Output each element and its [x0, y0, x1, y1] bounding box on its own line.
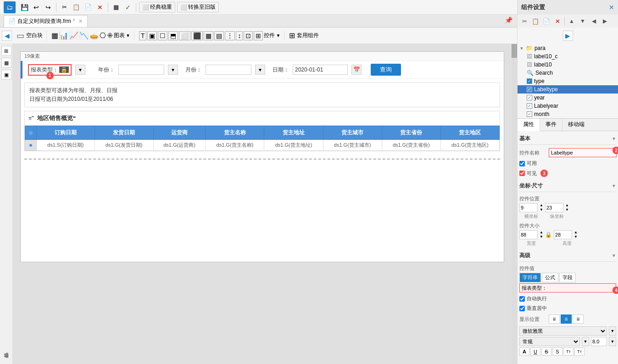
ctrl12-icon[interactable]: ⊞	[254, 31, 263, 40]
font-strikethrough2-btn[interactable]: S	[552, 347, 562, 356]
left-sidebar-btn1[interactable]: ⊞	[1, 46, 11, 56]
ctrl7-icon[interactable]: ▦	[204, 31, 213, 40]
type-dropdown[interactable]: ▼	[75, 65, 85, 75]
tree-item-labeltype[interactable]: ✓ Labeltype	[518, 85, 618, 94]
font-style-dropdown-icon[interactable]: ▼	[582, 337, 589, 346]
save-button[interactable]: 💾	[19, 2, 29, 12]
ctrl4-icon[interactable]: ⬒	[168, 31, 178, 40]
left-sidebar-btn3[interactable]: ▣	[1, 70, 11, 80]
tree-item-labelyear[interactable]: ✓ Labelyear	[518, 102, 618, 110]
tree-item-month[interactable]: ✓ month	[518, 110, 618, 118]
font-strikethrough-btn[interactable]: S	[541, 347, 551, 356]
year-input[interactable]	[118, 65, 164, 75]
font-size-dropdown-icon[interactable]: ▼	[609, 337, 616, 346]
tree-item-search[interactable]: 🔍 Search	[518, 69, 618, 77]
delete-button[interactable]: ✕	[95, 2, 105, 12]
align-left-btn[interactable]: ≡	[549, 314, 560, 324]
date-calendar-icon[interactable]: 📅	[351, 65, 362, 75]
cv-value-input[interactable]	[519, 283, 616, 292]
copy-button[interactable]: 📋	[71, 2, 81, 12]
left-panel-toggle[interactable]: ◀	[2, 31, 12, 41]
rp-copy-button[interactable]: 📋	[530, 16, 540, 26]
ctrl1-icon[interactable]: T	[139, 31, 147, 40]
font-family-select[interactable]: 微软雅黑	[519, 326, 607, 336]
font-subscript-btn[interactable]: TT	[574, 347, 585, 356]
ctrl5-icon[interactable]: ⬜	[179, 31, 190, 40]
pos-x-input[interactable]	[519, 203, 538, 212]
month-dropdown[interactable]: ▼	[255, 65, 265, 75]
check-button[interactable]: ✓	[123, 2, 133, 12]
align-right-btn[interactable]: ≡	[573, 314, 584, 324]
height-input[interactable]	[554, 230, 572, 239]
chart-scatter-icon[interactable]: ⁜	[107, 31, 113, 40]
pos-y-spinner[interactable]: ▲ ▼	[565, 203, 569, 212]
pos-x-spinner[interactable]: ▲ ▼	[540, 203, 543, 212]
lock-size-icon[interactable]: 🔒	[545, 232, 552, 238]
rp-cut-button[interactable]: ✂	[519, 16, 529, 26]
cv-tab-field[interactable]: 字段	[559, 273, 576, 282]
ctrl9-icon[interactable]: ⋮	[225, 31, 235, 40]
left-sidebar-params[interactable]: 参数	[2, 360, 11, 364]
convert-button[interactable]: ⬜ 转换至旧版	[177, 2, 219, 12]
width-input[interactable]	[519, 230, 538, 239]
paste-button[interactable]: 📄	[83, 2, 93, 12]
visible-checkbox[interactable]	[519, 171, 525, 176]
chart-radar-icon[interactable]: ⎔	[100, 31, 106, 40]
chart-bar-icon[interactable]: 📊	[59, 31, 68, 40]
combo-icon[interactable]: ⊞	[289, 31, 295, 40]
tree-item-label10[interactable]: 🖼 label10	[518, 61, 618, 69]
form-tab-close[interactable]: ✕	[78, 18, 83, 24]
date-input[interactable]: 2020-01-01	[293, 65, 348, 75]
height-spinner[interactable]: ▲ ▼	[574, 230, 578, 239]
font-dropdown-icon[interactable]: ▼	[609, 326, 616, 336]
cv-tab-string[interactable]: 字符串	[519, 273, 541, 282]
query-button[interactable]: 查询	[371, 64, 401, 76]
cv-tab-formula[interactable]: 公式	[542, 273, 558, 282]
tab-mobile[interactable]: 移动端	[562, 119, 590, 131]
enabled-checkbox[interactable]	[519, 161, 525, 166]
chart-pie-icon[interactable]: 🥧	[89, 31, 99, 40]
month-input[interactable]	[206, 65, 251, 75]
tab-event[interactable]: 事件	[540, 119, 562, 131]
ctrl11-icon[interactable]: ⊡	[244, 31, 253, 40]
form-tab[interactable]: 📄 自定义时间段查询.frm * ✕	[4, 15, 88, 27]
rp-right-button[interactable]: ▶	[600, 16, 610, 26]
rp-paste-button[interactable]: 📄	[541, 16, 551, 26]
auto-run-checkbox[interactable]	[519, 296, 525, 302]
font-superscript-btn[interactable]: TT	[563, 347, 573, 356]
preview-button[interactable]: ▦	[111, 2, 121, 12]
redo-button[interactable]: ↪	[43, 2, 53, 12]
cut-button[interactable]: ✂	[59, 2, 69, 12]
right-panel-toggle[interactable]: ▶	[563, 31, 573, 41]
rp-up-button[interactable]: ▲	[567, 16, 577, 26]
chart-table-icon[interactable]: ▦	[51, 31, 58, 40]
font-color-btn[interactable]: A	[519, 347, 529, 356]
undo-button[interactable]: ↩	[31, 2, 41, 12]
tree-item-label10c[interactable]: 🖼 label10_c	[518, 52, 618, 61]
right-panel-close-icon[interactable]: ✕	[609, 4, 614, 11]
rp-down-button[interactable]: ▼	[578, 16, 588, 26]
tree-item-type[interactable]: ✓ type	[518, 77, 618, 85]
tree-item-para[interactable]: ▼ 📁 para	[518, 44, 618, 52]
tree-item-year[interactable]: ✓ year	[518, 94, 618, 102]
pos-y-input[interactable]	[545, 203, 563, 212]
blank-block-icon[interactable]: ▭	[17, 31, 24, 41]
ctrl2-icon[interactable]: ▣	[147, 31, 157, 40]
rp-delete-button[interactable]: ✕	[552, 16, 562, 26]
left-sidebar-btn2[interactable]: ▦	[1, 58, 11, 68]
width-spinner[interactable]: ▲ ▼	[540, 230, 543, 239]
font-size-input[interactable]	[591, 337, 607, 346]
chart-line-icon[interactable]: 📈	[69, 31, 78, 40]
control-name-input[interactable]	[549, 148, 617, 157]
chart-dropdown-icon[interactable]: ▼	[126, 33, 130, 38]
font-underline-btn[interactable]: U	[530, 347, 540, 356]
align-center-btn[interactable]: ≡	[561, 314, 572, 324]
year-dropdown[interactable]: ▼	[168, 65, 178, 75]
tab-attr[interactable]: 属性	[518, 119, 540, 131]
vertical-center-checkbox[interactable]	[519, 306, 525, 311]
ctrl8-icon[interactable]: ▤	[214, 31, 224, 40]
rp-left-button[interactable]: ◀	[589, 16, 599, 26]
tab-pin-button[interactable]: 📌	[505, 17, 512, 24]
ctrl6-icon[interactable]: ⬛	[191, 31, 203, 40]
chart-area-icon[interactable]: 📉	[79, 31, 89, 40]
